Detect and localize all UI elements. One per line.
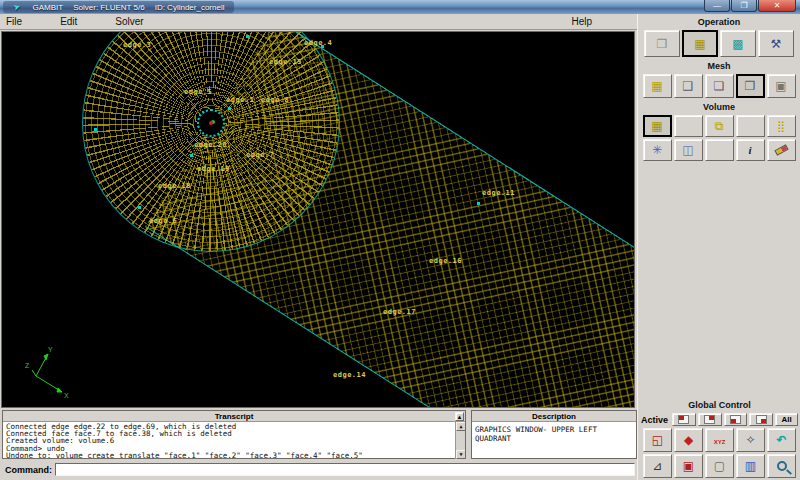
color-code-icon [745,460,756,472]
transcript-line: Undone to: volume create translate "face… [6,452,453,459]
quadrant-lower-right-button[interactable] [749,413,773,426]
quadrant-upper-right-button[interactable] [698,413,722,426]
quadrant-lower-right-icon [756,415,767,424]
edge-label: edge.6 [149,217,177,225]
boundary-layer-button[interactable] [643,74,672,98]
render-model-button[interactable] [736,428,765,452]
active-label: Active [641,415,668,425]
tools-button[interactable] [758,30,794,57]
mesh-volume-icon [651,120,662,132]
global-control-section: Global Control Active All [638,397,800,479]
fit-to-window-button[interactable] [643,428,672,452]
menu-file[interactable]: File [0,16,28,27]
quadrant-lower-left-button[interactable] [724,413,748,426]
command-row: Command: [2,462,635,477]
volume-mesh-button[interactable] [736,74,765,98]
smooth-mesh-button[interactable] [643,139,672,161]
title-text: ➤ GAMBIT Solver: FLUENT 5/6 ID: Cylinder… [3,1,234,13]
mesh-button[interactable] [682,30,718,57]
description-text: GRAPHICS WINDOW- UPPER LEFT QUADRANT [472,422,636,446]
close-button[interactable]: ✕ [758,0,796,12]
vertex-marker [228,107,231,110]
global-buttons-row1 [638,427,800,453]
active-quadrant-row: Active All [638,412,800,427]
edge-label: edge.17 [383,308,416,316]
gambit-logo-icon: ➤ [12,1,23,13]
mesh-icon [694,38,705,50]
magnifier-icon [777,461,787,471]
maximize-button[interactable]: ❐ [731,0,757,12]
transcript-log[interactable]: Connected edge edge.22 to edge.69, which… [3,422,465,459]
zoom-icon [684,434,693,446]
mesh-section-title: Mesh [638,58,800,73]
vertex-marker [190,154,193,157]
cylinder-vertex-marker [209,121,213,125]
operation-title: Operation [638,14,800,29]
delete-mesh-button[interactable] [767,139,796,161]
boundary-layer-icon [651,80,662,92]
menubar: File Edit Solver Help [0,14,637,30]
orient-model-button[interactable] [643,454,672,478]
transcript-scrollbar[interactable]: ▲ ▼ [455,422,465,459]
edge-label: edge.4 [304,39,332,47]
all-quadrants-button[interactable]: All [775,413,798,426]
geometry-button[interactable] [644,30,680,57]
edge-label: edge.18 [158,182,191,190]
vertex-marker [94,128,97,131]
vertex-marker [246,35,249,38]
transcript-collapse-button[interactable]: ▲ [455,412,464,421]
shade-icon [714,460,725,472]
annotate-labels-button[interactable] [705,428,734,452]
refine-mesh-button[interactable] [767,115,796,137]
menu-help[interactable]: Help [571,16,592,27]
undo-button[interactable] [767,428,796,452]
quadrant-lower-left-icon [730,415,741,424]
mesh-buttons [638,73,800,99]
hardcopy-button[interactable] [674,454,703,478]
transcript-panel: Transcript ▲ Connected edge edge.22 to e… [2,410,466,459]
edge-mesh-button[interactable] [674,74,703,98]
info-icon [748,144,751,156]
titlebar: ➤ GAMBIT Solver: FLUENT 5/6 ID: Cylinder… [0,0,800,14]
command-input[interactable] [55,463,635,476]
quadrant-upper-left-icon [678,415,689,424]
volume-blank-button [674,115,703,137]
link-mesh-icon [682,144,693,156]
color-code-button[interactable] [736,454,765,478]
edge-label: edge.7 [246,151,274,159]
edge-label: edge.8 [261,96,289,104]
edge-label: edge.19 [197,165,230,173]
info-button[interactable] [736,139,765,161]
face-mesh-button[interactable] [705,74,734,98]
description-header: Description [472,411,636,422]
copy-mesh-icon [715,120,724,132]
vertex-marker [138,206,141,209]
transcript-title: Transcript [215,412,254,421]
copy-mesh-button[interactable] [705,115,734,137]
minimize-button[interactable]: — [704,0,730,12]
graphics-window[interactable]: edge.3 edge.4 edge.15 edge.5 edge.1 edge… [1,31,635,408]
smooth-mesh-icon [652,144,662,156]
group-mesh-button[interactable] [767,74,796,98]
eraser-icon [774,144,788,155]
zones-button[interactable] [720,30,756,57]
quadrant-upper-left-button[interactable] [672,413,696,426]
edge-mesh-icon [683,80,694,92]
examine-mesh-button[interactable] [767,454,796,478]
scroll-down-icon[interactable]: ▼ [456,450,465,459]
zoom-button[interactable] [674,428,703,452]
gambit-window: ➤ GAMBIT Solver: FLUENT 5/6 ID: Cylinder… [0,0,800,480]
shade-model-button[interactable] [705,454,734,478]
command-label: Command: [5,465,52,475]
group-mesh-icon [775,80,786,92]
link-mesh-button[interactable] [674,139,703,161]
transcript-header: Transcript ▲ [3,411,465,422]
scroll-up-icon[interactable]: ▲ [456,422,465,431]
orient-icon [652,460,662,472]
edge-label: edge.14 [333,371,366,379]
menu-solver[interactable]: Solver [109,16,149,27]
axis-z-label: Z [25,362,30,369]
global-control-title: Global Control [638,397,800,412]
menu-edit[interactable]: Edit [54,16,83,27]
mesh-volume-button[interactable] [643,115,672,137]
